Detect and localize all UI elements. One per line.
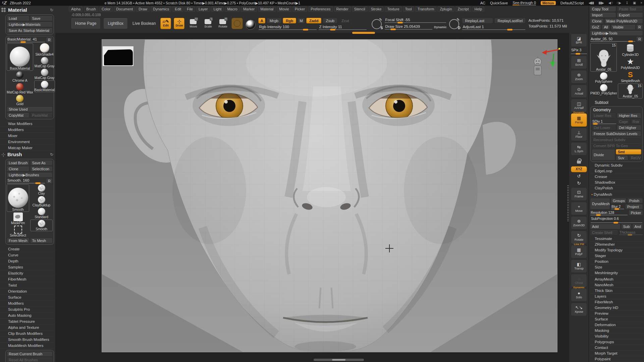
pastemat-button[interactable]: PasteMat xyxy=(30,113,53,118)
dynamesh-blur-slider[interactable]: Blur 2 xyxy=(611,204,625,209)
stroke-s-icon[interactable]: S xyxy=(372,19,382,29)
lightbox-brushes-button[interactable]: Lightbox▶Brushes xyxy=(7,172,53,178)
to-mesh-button[interactable]: To Mesh xyxy=(30,238,53,243)
material-thumb-matcap-gray-1[interactable]: MatCap Gray xyxy=(34,57,55,68)
m-toggle[interactable]: M xyxy=(298,18,305,23)
shelf-button[interactable]: ⊕ Zoom3D xyxy=(571,216,587,230)
tool-subsection-item[interactable]: Geometry HD xyxy=(590,305,643,311)
lightbox-materials-button[interactable]: Lightbox▶Materials xyxy=(7,22,53,27)
material-thumb-skinshade4[interactable]: SkinShade4 xyxy=(34,43,55,56)
brush-subsection-item[interactable]: MaskMesh Modifiers xyxy=(0,343,55,349)
brush-subsection-item[interactable]: Clip Brush Modifiers xyxy=(0,330,55,337)
live-boolean-button[interactable]: Live Boolean xyxy=(130,18,158,29)
shelf-button[interactable]: ⊞ Scroll xyxy=(571,56,587,69)
brush-subsection-item[interactable]: Orientation xyxy=(0,288,55,294)
create-shell-button[interactable]: Create Shell xyxy=(590,230,618,235)
move-mode-button[interactable]: M Move xyxy=(187,18,199,29)
shelf-button[interactable]: ◌ Ghost xyxy=(571,274,587,287)
tool-r-button[interactable]: R xyxy=(636,37,643,42)
geometry-subsection-item[interactable]: MeshIntegrity xyxy=(590,270,643,276)
reconstruct-subdiv-button[interactable]: Reconstruct Subdiv xyxy=(592,137,641,142)
menu-item[interactable]: Zscript xyxy=(455,6,471,12)
tool-subsection-item[interactable]: Layers xyxy=(590,294,643,299)
menu-item[interactable]: Help xyxy=(472,6,485,12)
restore-icon[interactable]: ▣ xyxy=(633,1,636,5)
material-subsection-item[interactable]: Wax Modifiers xyxy=(0,121,55,127)
brush-refresh-icon[interactable]: ↻ xyxy=(50,152,53,157)
menu-item[interactable]: Document xyxy=(114,6,135,12)
brush-subsection-item[interactable]: Surface xyxy=(0,294,55,300)
brush-r-button[interactable]: R xyxy=(46,178,53,184)
reuv-button[interactable]: ReUV xyxy=(629,155,641,161)
sdiv-slider[interactable]: SDiv 1 xyxy=(592,119,616,124)
tool-subsection-item[interactable]: ArrayMesh xyxy=(590,277,643,282)
toolbar-divider-handle[interactable] xyxy=(352,32,375,34)
save-startup-material-button[interactable]: Save As Startup Material xyxy=(7,28,53,33)
make-polymesh3d-button[interactable]: Make PolyMesh3D xyxy=(604,18,643,24)
document-area[interactable] xyxy=(102,39,557,352)
shelf-button[interactable]: ⇆ L.Sym xyxy=(571,142,587,156)
export-button[interactable]: Export xyxy=(617,12,643,18)
material-thumb-matcap-gray-2[interactable]: MatCap Gray xyxy=(34,69,55,80)
del-higher-button[interactable]: Del Higher xyxy=(617,125,641,130)
menu-item[interactable]: Brush xyxy=(84,6,98,12)
dynamesh-add-toggle[interactable]: Add xyxy=(590,224,621,229)
geometry-subsection-item[interactable]: EdgeLoop xyxy=(590,168,643,174)
close-icon[interactable]: × xyxy=(640,1,642,5)
brush-subsection-item[interactable]: Curve xyxy=(0,252,55,258)
collapse-right-tray-icon[interactable]: ▮▮▶ xyxy=(598,1,604,5)
thickness-slider[interactable]: Thickness xyxy=(619,230,643,235)
home-page-button[interactable]: Home Page xyxy=(71,18,101,29)
brush-thumb-maskpen[interactable]: MaskPen xyxy=(7,213,29,225)
shelf-button[interactable]: ⊙ Actual xyxy=(571,84,587,98)
tool-subsection-item[interactable]: Preview xyxy=(590,311,643,316)
show-used-button[interactable]: Show Used xyxy=(7,107,53,112)
menus-toggle-button[interactable]: Menus xyxy=(541,1,556,5)
zcut-toggle[interactable]: Zcut xyxy=(339,18,352,23)
menu-item[interactable]: Alpha xyxy=(69,6,83,12)
edit-mode-button[interactable]: ▱✎ Edit xyxy=(160,18,171,29)
material-refresh-icon[interactable]: ↻ xyxy=(50,8,53,12)
brush-subsection-item[interactable]: Tablet Pressure xyxy=(0,318,55,324)
geometry-section-title[interactable]: Geometry xyxy=(592,108,641,112)
goz-r-button[interactable]: R xyxy=(636,24,643,30)
dynamesh-polish-toggle[interactable]: Polish xyxy=(627,198,643,203)
geometry-subsection-item[interactable]: ZRemesher xyxy=(590,242,643,247)
dynamesh-groups-toggle[interactable]: Groups xyxy=(611,198,627,203)
bpr-button[interactable]: ◪ BPR xyxy=(571,34,587,47)
divide-button[interactable]: Divide xyxy=(592,149,615,161)
dynamesh-resolution-slider[interactable]: Resolution 128 xyxy=(590,210,628,216)
tool-subsection-item[interactable]: Masking xyxy=(590,328,643,334)
del-lower-button[interactable]: Del Lower xyxy=(592,125,616,130)
rgb-toggle[interactable]: Rgb xyxy=(283,18,296,23)
brush-subsection-item[interactable]: Sculptris Pro xyxy=(0,306,55,312)
dock-right-icon[interactable]: □▶ xyxy=(617,1,621,5)
material-thumb-matcap-red-wax[interactable]: MatCap Red Wax xyxy=(7,83,33,94)
geometry-subsection-item[interactable]: Modify Topology xyxy=(590,247,643,253)
subprojection-slider[interactable]: SubProjection 0.6 xyxy=(590,216,643,223)
menu-item[interactable]: Draw xyxy=(136,6,150,12)
brush-subsection-item[interactable]: Alpha and Texture xyxy=(0,324,55,330)
tool-thumb-polymesh3d[interactable]: ★ PolyMesh3D xyxy=(618,57,643,70)
convert-bpr-button[interactable]: Convert BPR To Geo xyxy=(592,143,641,148)
geometry-subsection-item[interactable]: Size xyxy=(590,264,643,270)
goz-all-button[interactable]: All xyxy=(602,24,610,30)
brush-subsection-item[interactable]: Auto Masking xyxy=(0,312,55,318)
tool-thumb-avatar05-selected[interactable]: 15 Avatar_05 xyxy=(618,83,643,99)
import-button[interactable]: Import xyxy=(590,12,616,18)
menu-item[interactable]: Preferences xyxy=(308,6,333,12)
tool-subsection-item[interactable]: Polypaint xyxy=(590,356,643,362)
material-index-slider[interactable]: BasicMaterial. 41 xyxy=(7,37,45,43)
menu-item[interactable]: Movie xyxy=(277,6,291,12)
mrgb-toggle[interactable]: Mrgb xyxy=(267,18,281,23)
tool-subsection-item[interactable]: Deformation xyxy=(590,322,643,328)
zsub-toggle[interactable]: Zsub xyxy=(323,18,337,23)
adjust-last-slider[interactable]: AdjustLast 1 xyxy=(462,25,526,30)
dynamic-label[interactable]: Dynamic xyxy=(434,25,447,29)
menu-item[interactable]: File xyxy=(184,6,195,12)
rgb-intensity-slider[interactable]: Rgb Intensity 100 xyxy=(258,25,317,30)
brush-thumb-clay[interactable]: Clay xyxy=(30,184,53,195)
brush-subsection-item[interactable]: Elasticity xyxy=(0,270,55,276)
geometry-subsection-item[interactable]: Dynamic Subdiv xyxy=(590,163,643,168)
reset-current-brush-button[interactable]: Reset Current Brush xyxy=(7,351,53,357)
